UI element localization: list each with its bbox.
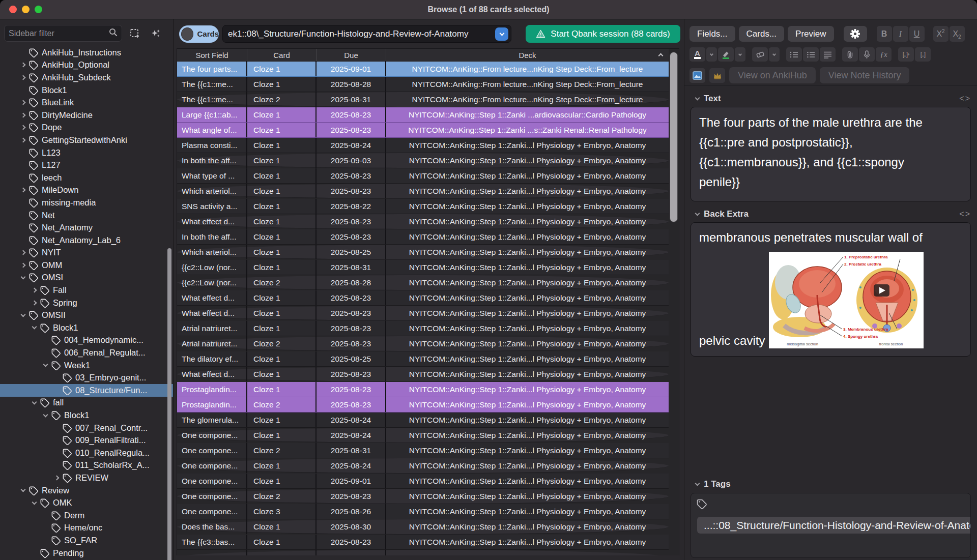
sidebar-tree-item[interactable]: OMSI — [0, 272, 173, 284]
settings-gear-icon[interactable] — [844, 26, 867, 42]
card-row[interactable]: The four parts...Cloze 12025-09-01NYITCO… — [177, 62, 669, 77]
tree-chevron-icon[interactable] — [51, 476, 62, 480]
card-row[interactable]: What angle of...Cloze 12025-08-23NYITCOM… — [177, 123, 669, 138]
sidebar-tree-item[interactable]: Week1 — [0, 359, 173, 372]
card-row[interactable]: Does the bas...Cloze 12025-08-30NYITCOM:… — [177, 519, 669, 535]
column-header-sort-field[interactable]: Sort Field — [177, 49, 247, 61]
card-row[interactable]: The glomerula...Cloze 12025-08-24NYITCOM… — [177, 412, 669, 428]
sidebar-tree-item[interactable]: 011_ScholarRx_A... — [0, 459, 173, 472]
cards-button[interactable]: Cards... — [739, 26, 785, 42]
tree-chevron-icon[interactable] — [17, 138, 28, 142]
tags-box[interactable]: ...::08_Structure/Function-Histology-and… — [691, 493, 971, 558]
ankihub-crown-icon[interactable] — [709, 68, 725, 83]
anatomy-image[interactable]: 1. Preprostatic urethra 2. Prostatic ure… — [769, 252, 924, 348]
sidebar-tree-item[interactable]: 010_RenalRegula... — [0, 447, 173, 459]
tree-chevron-icon[interactable] — [28, 301, 40, 305]
sidebar-tree-item[interactable]: OMSII — [0, 309, 173, 321]
view-on-ankihub-button[interactable]: View on AnkiHub — [729, 67, 816, 83]
card-row[interactable]: The {{c1::me...Cloze 22025-08-31NYITCOM:… — [177, 92, 669, 107]
column-header-card[interactable]: Card — [247, 49, 317, 61]
preview-button[interactable]: Preview — [788, 26, 834, 42]
bold-button[interactable]: B — [877, 26, 892, 42]
card-row[interactable]: Prostaglandin...Cloze 22025-08-23NYITCOM… — [177, 397, 669, 412]
card-row[interactable]: In both the aff...Cloze 12025-08-23NYITC… — [177, 229, 669, 245]
sidebar-filter-input[interactable] — [9, 29, 100, 38]
sidebar-tree-item[interactable]: fall — [0, 397, 173, 409]
search-input[interactable] — [228, 29, 495, 39]
column-header-due[interactable]: Due — [317, 49, 386, 61]
sidebar-tree-item[interactable]: L123 — [0, 146, 173, 159]
sidebar-tree-item[interactable]: L127 — [0, 159, 173, 171]
highlight-button[interactable] — [718, 47, 734, 62]
sidebar-tree-item[interactable]: 006_Renal_Regulat... — [0, 346, 173, 359]
card-row[interactable]: Atrial natriuret...Cloze 12025-08-23NYIT… — [177, 321, 669, 336]
card-row[interactable]: One compone...Cloze 12025-08-24NYITCOM::… — [177, 428, 669, 443]
sidebar-tree-item[interactable]: leech — [0, 171, 173, 184]
eraser-dropdown[interactable] — [769, 47, 780, 62]
tree-chevron-icon[interactable] — [17, 263, 28, 267]
tree-chevron-icon[interactable] — [17, 188, 28, 192]
sidebar-tree-item[interactable]: Block1 — [0, 84, 173, 97]
text-field-content[interactable]: The four parts of the male urethra are t… — [691, 107, 971, 201]
card-row[interactable]: What effect d...Cloze 12025-08-23NYITCOM… — [177, 214, 669, 229]
card-row[interactable]: What effect d...Cloze 12025-08-23NYITCOM… — [177, 367, 669, 382]
select-mode-icon[interactable] — [127, 26, 143, 41]
sidebar-tree-item[interactable]: GettingStartedwithAnki — [0, 134, 173, 146]
sidebar-tree-item[interactable]: NYIT — [0, 247, 173, 259]
image-occlusion-icon[interactable] — [689, 68, 705, 83]
tag-chip[interactable]: ...::08_Structure/Function-Histology-and… — [697, 517, 971, 534]
card-row[interactable]: Large {{c1::ab...Cloze 12025-08-23NYITCO… — [177, 107, 669, 123]
html-editor-icon[interactable]: <> — [959, 94, 971, 103]
sidebar-tree-item[interactable]: Fall — [0, 284, 173, 297]
sidebar-tree-item[interactable]: Derm — [0, 509, 173, 522]
sidebar-filter-field[interactable] — [4, 25, 122, 42]
tree-chevron-icon[interactable] — [40, 364, 51, 366]
play-button[interactable] — [874, 284, 889, 297]
collapse-field-icon[interactable] — [691, 213, 704, 215]
card-row[interactable]: The {{c1::me...Cloze 12025-08-28NYITCOM:… — [177, 77, 669, 92]
sidebar-tree-item[interactable]: Dope — [0, 122, 173, 134]
sidebar-tree-item[interactable]: Heme/onc — [0, 522, 173, 535]
cloze-new-button[interactable]: [..]+ — [898, 47, 914, 62]
close-window-button[interactable] — [9, 6, 17, 13]
sidebar-tree-item[interactable]: Spring — [0, 297, 173, 309]
card-row[interactable]: SNS activity a...Cloze 12025-08-22NYITCO… — [177, 199, 669, 214]
sidebar-tree-item[interactable]: Net_Anatomy_Lab_6 — [0, 234, 173, 247]
math-fx-button[interactable]: ƒx — [876, 47, 892, 62]
tree-chevron-icon[interactable] — [28, 288, 40, 292]
sidebar-scrollbar[interactable] — [167, 248, 171, 560]
collapse-tags-icon[interactable] — [691, 483, 704, 485]
sidebar-tree-item[interactable]: BlueLink — [0, 96, 173, 109]
sidebar-tree-item[interactable]: Pending — [0, 547, 173, 559]
sidebar-tree-item[interactable]: OMM — [0, 259, 173, 272]
sidebar-tree-item[interactable]: Net — [0, 209, 173, 222]
tree-chevron-icon[interactable] — [28, 402, 40, 404]
sidebar-tree-item[interactable]: 004_Hemodynamic... — [0, 334, 173, 347]
tree-chevron-icon[interactable] — [17, 314, 28, 316]
card-row[interactable]: What effect d...Cloze 12025-08-23NYITCOM… — [177, 306, 669, 321]
text-color-dropdown[interactable] — [706, 47, 717, 62]
card-row[interactable]: The {{c3::bas...Cloze 12025-08-23NYITCOM… — [177, 535, 669, 550]
subscript-button[interactable]: X2 — [950, 26, 965, 42]
card-row[interactable]: What type of ...Cloze 12025-08-23NYITCOM… — [177, 168, 669, 184]
sidebar-tree-item[interactable]: 007_Renal_Contr... — [0, 422, 173, 434]
attachment-icon[interactable] — [842, 47, 858, 62]
card-row[interactable]: Prostaglandin...Cloze 12025-08-23NYITCOM… — [177, 382, 669, 397]
sidebar-tree-item[interactable]: Block1 — [0, 409, 173, 422]
back-extra-field-content[interactable]: membranous penetrates muscular wall of p… — [691, 222, 971, 357]
align-icon[interactable] — [820, 47, 836, 62]
underline-button[interactable]: U — [909, 26, 925, 42]
sidebar-tree-item[interactable]: Block1 — [0, 321, 173, 334]
card-row[interactable] — [177, 550, 669, 555]
card-row[interactable]: One compone...Cloze 32025-08-26NYITCOM::… — [177, 504, 669, 519]
card-row[interactable]: One compone...Cloze 22025-08-31NYITCOM::… — [177, 443, 669, 458]
card-row[interactable]: Which arteriol...Cloze 12025-08-23NYITCO… — [177, 184, 669, 199]
cloze-same-button[interactable]: [..] — [915, 47, 931, 62]
card-row[interactable]: Plasma consti...Cloze 12025-08-24NYITCOM… — [177, 138, 669, 153]
sidebar-tree-item[interactable]: MileDown — [0, 184, 173, 197]
card-row[interactable]: In both the aff...Cloze 12025-09-03NYITC… — [177, 153, 669, 168]
sidebar-tree-item[interactable]: 08_Structure/Fun... — [0, 384, 173, 397]
view-note-history-button[interactable]: View Note History — [820, 67, 910, 83]
table-scrollbar[interactable] — [670, 52, 678, 222]
fields-button[interactable]: Fields... — [689, 26, 735, 42]
